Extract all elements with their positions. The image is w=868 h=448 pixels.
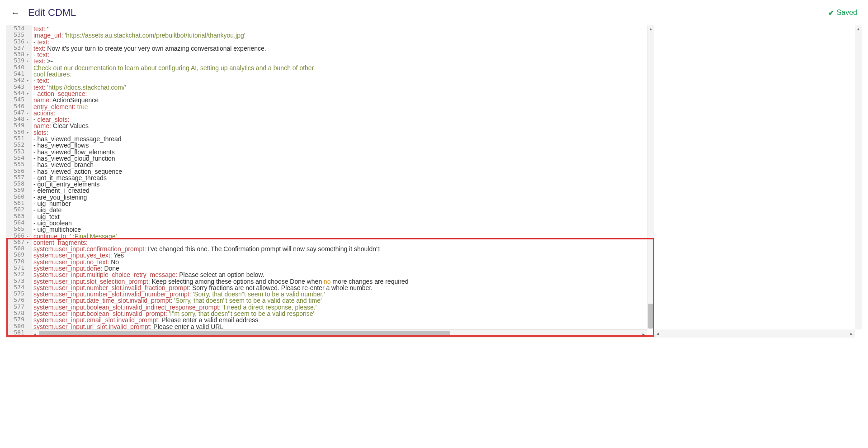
- code-line[interactable]: - text:: [32, 51, 654, 57]
- checkmark-icon: ✔: [828, 9, 834, 17]
- code-line[interactable]: system.user_input.number_slot.invalid_nu…: [32, 291, 654, 297]
- line-number: 534: [6, 25, 29, 32]
- header-left: ← Edit CDML: [11, 7, 76, 19]
- right-preview-pane: ▴ ◂ ▸: [654, 25, 862, 338]
- code-line[interactable]: system.user_input.boolean_slot.invalid_p…: [32, 310, 654, 316]
- code-line[interactable]: - clear_slots:: [32, 116, 654, 122]
- code-line[interactable]: system.user_input.url_slot.invalid_promp…: [32, 323, 654, 329]
- scroll-right-icon[interactable]: ▸: [848, 329, 855, 338]
- code-line[interactable]: - element_i_created: [32, 187, 654, 193]
- line-number: 571: [6, 265, 29, 271]
- code-line[interactable]: - uig_multichoice: [32, 226, 654, 232]
- line-number: 537: [6, 45, 29, 51]
- code-line[interactable]: - text:: [32, 77, 654, 83]
- code-line[interactable]: - has_viewed_flows: [32, 142, 654, 148]
- code-line[interactable]: - has_viewed_message_thread: [32, 135, 654, 142]
- line-number: 558: [6, 181, 29, 187]
- line-number: 542▾: [6, 77, 29, 83]
- code-line[interactable]: cool features.: [32, 71, 654, 77]
- line-number: 536▾: [6, 38, 29, 45]
- code-line[interactable]: system.user_input.no_text: No: [32, 258, 654, 265]
- code-line[interactable]: - has_viewed_branch: [32, 161, 654, 167]
- line-number: 540: [6, 64, 29, 71]
- code-line[interactable]: system.user_input.multiple_choice_retry_…: [32, 271, 654, 277]
- code-line[interactable]: name: Clear Values: [32, 122, 654, 129]
- code-line[interactable]: system.user_input.boolean_slot.invalid_i…: [32, 304, 654, 310]
- line-number: 550▾: [6, 129, 29, 135]
- line-number: 568: [6, 245, 29, 252]
- line-number: 547▾: [6, 110, 29, 116]
- code-line[interactable]: - uig_date: [32, 206, 654, 213]
- code-area[interactable]: text: '' image_url: 'https://assets.au.s…: [32, 25, 654, 338]
- right-scrollbar-horizontal[interactable]: ◂ ▸: [654, 329, 855, 338]
- editor-scrollbar-horizontal[interactable]: ◂ ▸: [32, 329, 647, 338]
- code-line[interactable]: system.user_input.confirmation_prompt: I…: [32, 245, 654, 252]
- code-line[interactable]: entry_element: true: [32, 103, 654, 110]
- code-line[interactable]: - uig_boolean: [32, 219, 654, 226]
- header: ← Edit CDML ✔ Saved: [0, 0, 868, 25]
- line-number: 564: [6, 219, 29, 226]
- line-number: 577: [6, 304, 29, 310]
- code-line[interactable]: content_fragments:: [32, 239, 654, 245]
- code-line[interactable]: - text:: [32, 38, 654, 45]
- code-line[interactable]: text: '': [32, 25, 654, 32]
- code-line[interactable]: system.user_input.yes_text: Yes: [32, 252, 654, 258]
- scroll-up-icon[interactable]: ▴: [647, 25, 654, 32]
- line-number: 538▾: [6, 51, 29, 57]
- scroll-left-icon[interactable]: ◂: [654, 329, 661, 338]
- line-number: 554: [6, 155, 29, 161]
- code-line[interactable]: - has_viewed_action_sequence: [32, 168, 654, 174]
- scroll-up-icon[interactable]: ▴: [855, 25, 862, 32]
- line-number: 580: [6, 323, 29, 329]
- line-number: 575: [6, 291, 29, 297]
- line-number: 553: [6, 148, 29, 155]
- page-title: Edit CDML: [28, 7, 76, 19]
- line-number: 573: [6, 278, 29, 284]
- code-line[interactable]: - are_you_listening: [32, 194, 654, 200]
- code-line[interactable]: system.user_input.done: Done: [32, 265, 654, 271]
- code-line[interactable]: continue_to: ' :Final Message': [32, 233, 654, 239]
- code-line[interactable]: - has_viewed_cloud_function: [32, 155, 654, 161]
- line-number: 549: [6, 122, 29, 129]
- line-number: 559: [6, 187, 29, 193]
- line-number: 545: [6, 96, 29, 103]
- back-arrow-icon[interactable]: ←: [11, 8, 20, 18]
- code-line[interactable]: - uig_text: [32, 213, 654, 219]
- line-number: 556: [6, 168, 29, 174]
- code-line[interactable]: system.user_input.slot_selection_prompt:…: [32, 278, 654, 284]
- scrollbar-thumb-vertical[interactable]: [648, 304, 653, 329]
- code-line[interactable]: name: ActionSequence: [32, 96, 654, 103]
- code-line[interactable]: actions:: [32, 110, 654, 116]
- code-line[interactable]: - has_viewed_flow_elements: [32, 148, 654, 155]
- code-line[interactable]: text: Now it's your turn to create your …: [32, 45, 654, 51]
- code-line[interactable]: image_url: 'https://assets.au.stackchat.…: [32, 32, 654, 38]
- code-line[interactable]: system.user_input.date_time_slot.invalid…: [32, 297, 654, 303]
- editor[interactable]: 534535536▾537538▾539▾540541542▾543544▾54…: [6, 25, 654, 338]
- line-number-gutter: 534535536▾537538▾539▾540541542▾543544▾54…: [6, 25, 32, 338]
- scroll-right-icon[interactable]: ▸: [640, 330, 647, 338]
- code-line[interactable]: text: >-: [32, 57, 654, 64]
- line-number: 560: [6, 194, 29, 200]
- line-number: 576: [6, 297, 29, 303]
- line-number: 551: [6, 135, 29, 142]
- editor-scrollbar-vertical[interactable]: ▴: [647, 25, 654, 329]
- code-line[interactable]: Check out our documentation to learn abo…: [32, 64, 654, 71]
- line-number: 562: [6, 206, 29, 213]
- line-number: 552: [6, 142, 29, 148]
- scrollbar-thumb-horizontal[interactable]: [39, 331, 450, 336]
- scroll-left-icon[interactable]: ◂: [32, 330, 38, 338]
- right-scrollbar-vertical[interactable]: ▴: [855, 25, 862, 329]
- code-line[interactable]: - got_it_message_threads: [32, 174, 654, 181]
- code-line[interactable]: system.user_input.number_slot.invalid_fr…: [32, 284, 654, 291]
- line-number: 566▾: [6, 233, 29, 239]
- line-number: 565: [6, 226, 29, 232]
- line-number: 570: [6, 258, 29, 265]
- line-number: 579: [6, 316, 29, 323]
- code-line[interactable]: slots:: [32, 129, 654, 135]
- line-number: 544▾: [6, 90, 29, 96]
- code-line[interactable]: - got_it_entry_elements: [32, 181, 654, 187]
- code-line[interactable]: system.user_input.email_slot.invalid_pro…: [32, 316, 654, 323]
- code-line[interactable]: text: 'https://docs.stackchat.com/': [32, 84, 654, 90]
- code-line[interactable]: - action_sequence:: [32, 90, 654, 96]
- code-line[interactable]: - uig_number: [32, 200, 654, 206]
